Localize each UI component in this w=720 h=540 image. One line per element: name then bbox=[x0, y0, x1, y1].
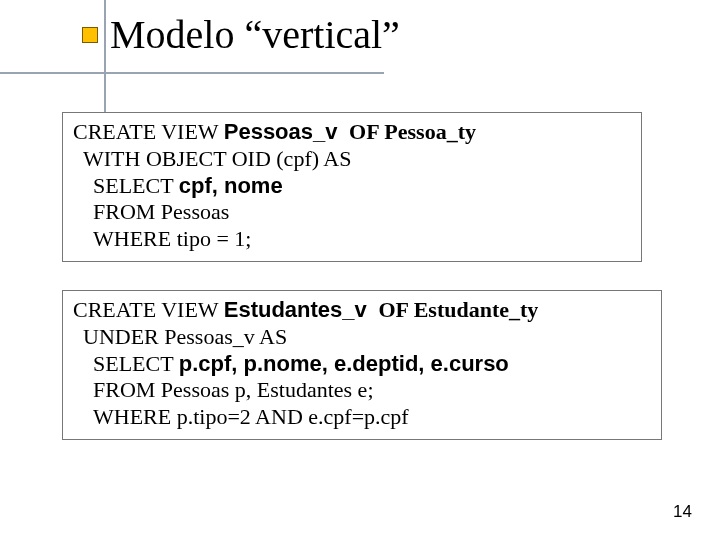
code-line: FROM Pessoas bbox=[73, 199, 631, 226]
view-name: Pessoas_v bbox=[224, 119, 344, 144]
code-line: UNDER Pessoas_v AS bbox=[73, 324, 651, 351]
code-box-pessoas-view: CREATE VIEW Pessoas_v OF Pessoa_ty WITH … bbox=[62, 112, 642, 262]
code-box-estudantes-view: CREATE VIEW Estudantes_v OF Estudante_ty… bbox=[62, 290, 662, 440]
code-line: SELECT cpf, nome bbox=[73, 173, 631, 200]
of-type: OF Pessoa_ty bbox=[344, 119, 476, 144]
code-line: CREATE VIEW Estudantes_v OF Estudante_ty bbox=[73, 297, 651, 324]
title-row: Modelo “vertical” bbox=[82, 14, 400, 56]
accent-rule-horizontal bbox=[0, 72, 384, 74]
code-line: WHERE p.tipo=2 AND e.cpf=p.cpf bbox=[73, 404, 651, 431]
select-cols: cpf, nome bbox=[179, 173, 283, 198]
code-line: FROM Pessoas p, Estudantes e; bbox=[73, 377, 651, 404]
page-number: 14 bbox=[673, 502, 692, 522]
square-bullet-icon bbox=[82, 27, 98, 43]
kw-select: SELECT bbox=[93, 173, 179, 198]
code-line: WITH OBJECT OID (cpf) AS bbox=[73, 146, 631, 173]
code-line: CREATE VIEW Pessoas_v OF Pessoa_ty bbox=[73, 119, 631, 146]
view-name: Estudantes_v bbox=[224, 297, 373, 322]
of-type: OF Estudante_ty bbox=[373, 297, 538, 322]
slide: Modelo “vertical” CREATE VIEW Pessoas_v … bbox=[0, 0, 720, 540]
kw-create-view: CREATE VIEW bbox=[73, 119, 224, 144]
code-line: SELECT p.cpf, p.nome, e.deptid, e.curso bbox=[73, 351, 651, 378]
code-line: WHERE tipo = 1; bbox=[73, 226, 631, 253]
select-cols: p.cpf, p.nome, e.deptid, e.curso bbox=[179, 351, 509, 376]
kw-create-view: CREATE VIEW bbox=[73, 297, 224, 322]
kw-select: SELECT bbox=[93, 351, 179, 376]
slide-title: Modelo “vertical” bbox=[110, 14, 400, 56]
